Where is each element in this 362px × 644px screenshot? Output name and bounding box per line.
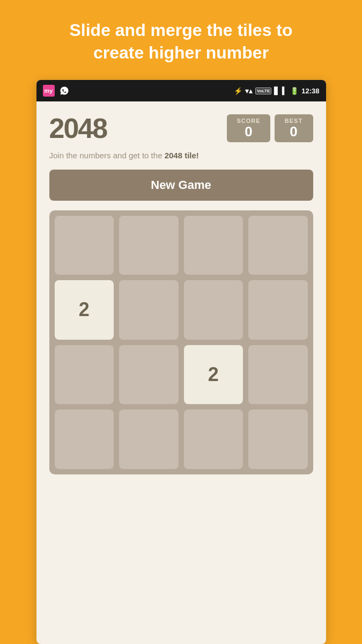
tile (248, 216, 308, 275)
tile (55, 345, 114, 405)
wifi-icon: ▾▴ (245, 87, 253, 95)
tagline-line2: create higher number (93, 43, 269, 62)
tagline-line1: Slide and merge the tiles to (69, 20, 292, 40)
status-bar: my ⚡ ▾▴ VoLTE ▋ ▍ 🔋 12:38 (36, 80, 326, 101)
game-header: 2048 SCORE 0 BEST 0 (49, 112, 313, 144)
status-left: my (43, 85, 70, 97)
bluetooth-icon: ⚡ (234, 87, 242, 95)
game-subtitle: Join the numbers and get to the 2048 til… (49, 150, 313, 162)
tile (184, 216, 243, 275)
best-box: BEST 0 (275, 114, 313, 143)
score-value: 0 (237, 124, 260, 140)
tile (248, 345, 308, 405)
score-box: SCORE 0 (227, 114, 270, 143)
game-board[interactable]: 22 (49, 210, 313, 474)
tile (119, 216, 179, 275)
header-tagline: Slide and merge the tiles to create high… (48, 0, 314, 80)
new-game-button[interactable]: New Game (49, 170, 313, 201)
tile (184, 280, 243, 340)
volte-badge: VoLTE (255, 87, 271, 94)
whatsapp-icon (59, 85, 70, 96)
signal-icon: ▋ (274, 87, 279, 95)
tile: 2 (55, 280, 114, 340)
tile (184, 409, 243, 469)
tile (248, 280, 308, 340)
phone-frame: my ⚡ ▾▴ VoLTE ▋ ▍ 🔋 12:38 2048 SCORE (36, 80, 326, 644)
best-value: 0 (284, 124, 304, 140)
status-right: ⚡ ▾▴ VoLTE ▋ ▍ 🔋 12:38 (234, 87, 319, 95)
tile (55, 409, 114, 469)
signal2-icon: ▍ (282, 87, 287, 95)
score-boxes: SCORE 0 BEST 0 (227, 114, 313, 143)
time-display: 12:38 (301, 87, 319, 95)
tile (55, 216, 114, 275)
tile (119, 280, 179, 340)
tile (119, 409, 179, 469)
tile: 2 (184, 345, 243, 405)
tile (119, 345, 179, 405)
my-app-icon: my (43, 85, 55, 97)
game-content: 2048 SCORE 0 BEST 0 Join the numbers and… (36, 101, 326, 485)
tile (248, 409, 308, 469)
game-title: 2048 (49, 112, 107, 144)
battery-icon: 🔋 (290, 87, 299, 95)
